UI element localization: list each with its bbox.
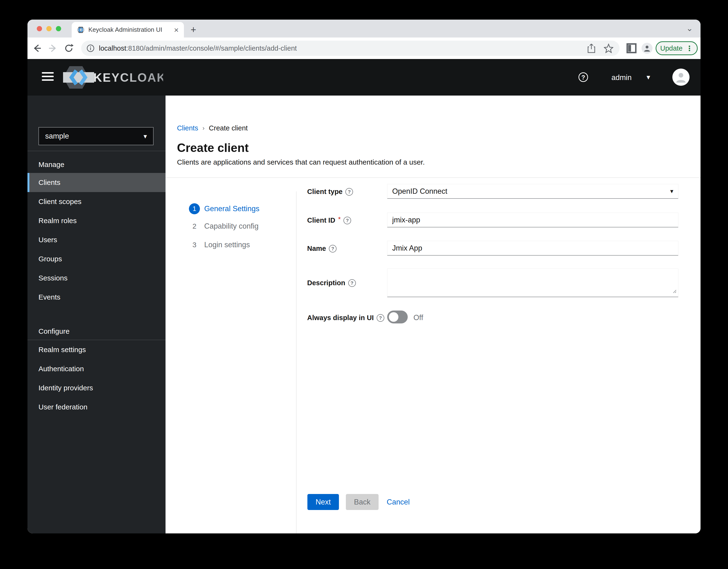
client-id-help-icon[interactable]: ? [343,217,351,224]
tab-title: Keycloak Administration UI [88,26,171,33]
sidebar-item-authentication[interactable]: Authentication [27,359,166,378]
user-menu[interactable]: admin [611,73,632,82]
step-1-badge: 1 [189,203,200,214]
keycloak-logo: KEYCLOAK [63,65,163,90]
nav-toggle-icon[interactable] [42,72,54,83]
toggle-state-text: Off [413,313,423,322]
cancel-link[interactable]: Cancel [387,494,418,510]
breadcrumb-current: Create client [209,124,248,132]
breadcrumb-separator-icon: › [203,124,205,132]
description-textarea[interactable] [387,268,678,297]
header-divider [166,177,701,178]
sidebar-nav: sample ▾ Manage Clients Client scopes Re… [27,96,166,533]
user-menu-caret-icon[interactable]: ▾ [647,73,650,81]
next-button[interactable]: Next [307,494,339,510]
breadcrumb-clients-link[interactable]: Clients [177,124,198,132]
side-panel-icon[interactable] [626,43,637,54]
main-content: Clients › Create client Create client Cl… [166,96,701,533]
app-masthead: KEYCLOAK ? admin ▾ [27,59,701,96]
browser-tab[interactable]: Keycloak Administration UI × [72,22,184,38]
client-type-select[interactable]: OpenID Connect ▾ [387,184,678,199]
breadcrumb: Clients › Create client [177,124,248,132]
new-tab-icon[interactable]: + [191,25,196,34]
site-info-icon[interactable] [86,44,95,52]
update-label: Update [660,44,683,52]
page-title: Create client [177,141,249,155]
chrome-update-button[interactable]: Update ⋮ [656,41,698,55]
desktop-background: Keycloak Administration UI × + ⌄ [0,0,728,569]
url-text: localhost:8180/admin/master/console/#/sa… [99,44,297,52]
client-id-input[interactable] [387,213,678,227]
reload-icon[interactable] [64,43,74,54]
url-host: localhost [99,44,126,52]
always-display-label: Always display in UI ? [307,314,384,322]
name-help-icon[interactable]: ? [329,245,337,252]
always-display-toggle[interactable] [387,311,408,323]
sidebar-item-users[interactable]: Users [27,230,166,249]
back-button[interactable]: Back [346,494,379,510]
forward-icon[interactable] [48,43,58,54]
sidebar-divider [27,151,166,151]
wizard-step-login-settings[interactable]: 3 Login settings [189,241,250,249]
sidebar-item-client-scopes[interactable]: Client scopes [27,192,166,211]
client-type-label: Client type ? [307,188,353,196]
window-zoom-button[interactable] [56,26,61,31]
back-icon[interactable] [32,43,42,54]
nav-section-configure: Configure [38,327,70,335]
realm-selector[interactable]: sample ▾ [38,127,154,145]
description-help-icon[interactable]: ? [348,279,356,287]
browser-profile-icon[interactable] [642,43,653,54]
realm-name: sample [45,132,144,140]
browser-menu-icon[interactable]: ⋮ [686,44,693,53]
always-display-help-icon[interactable]: ? [377,314,384,322]
browser-window: Keycloak Administration UI × + ⌄ [27,20,701,533]
svg-text:KEYCLOAK: KEYCLOAK [93,71,163,84]
browser-toolbar: localhost:8180/admin/master/console/#/sa… [27,38,701,59]
required-asterisk: * [338,216,341,223]
page-subtitle: Clients are applications and services th… [177,158,425,166]
tab-close-icon[interactable]: × [174,26,179,34]
address-bar[interactable]: localhost:8180/admin/master/console/#/sa… [81,41,620,56]
window-minimize-button[interactable] [46,26,52,31]
nav-section-manage: Manage [38,161,64,169]
keycloak-favicon-icon [77,26,85,34]
tab-strip: Keycloak Administration UI × + ⌄ [27,20,701,38]
sidebar-item-realm-roles[interactable]: Realm roles [27,211,166,230]
wizard-step-general-settings[interactable]: 1 General Settings [189,203,259,214]
sidebar-item-user-federation[interactable]: User federation [27,397,166,417]
resize-grip-icon[interactable] [671,288,677,293]
user-avatar[interactable] [672,69,690,86]
wizard-step-capability-config[interactable]: 2 Capability config [189,222,258,231]
name-label: Name ? [307,245,337,252]
help-icon[interactable]: ? [578,72,588,82]
description-label: Description ? [307,279,356,287]
sidebar-item-sessions[interactable]: Sessions [27,268,166,288]
sidebar-item-identity-providers[interactable]: Identity providers [27,378,166,397]
bookmark-star-icon[interactable] [604,43,613,53]
share-icon[interactable] [587,43,596,53]
name-input[interactable] [387,241,678,256]
sidebar-item-groups[interactable]: Groups [27,249,166,268]
realm-caret-icon: ▾ [144,132,147,140]
url-path: :8180/admin/master/console/#/sample/clie… [126,44,297,52]
window-close-button[interactable] [37,26,42,31]
tab-overflow-icon[interactable]: ⌄ [686,23,693,33]
sidebar-item-clients[interactable]: Clients [27,173,166,192]
client-id-label: Client ID * ? [307,216,351,224]
sidebar-item-events[interactable]: Events [27,288,166,307]
client-type-help-icon[interactable]: ? [345,188,353,196]
select-caret-icon: ▾ [670,188,673,195]
sidebar-item-realm-settings[interactable]: Realm settings [27,340,166,359]
